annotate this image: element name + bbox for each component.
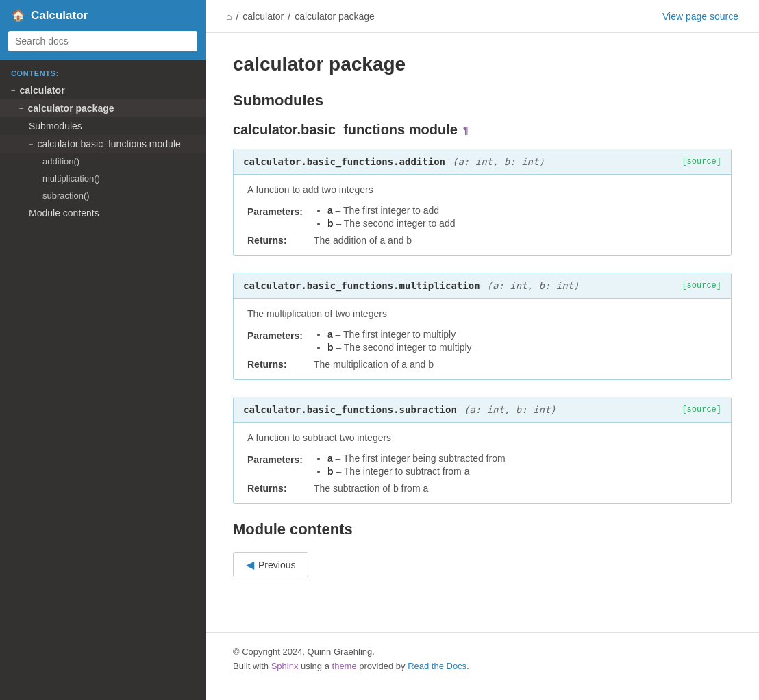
list-item: b – The second integer to add: [327, 218, 717, 229]
footer-using-a: using a: [298, 661, 332, 671]
sidebar-title: Calculator: [31, 9, 88, 23]
list-item: b – The integer to subtract from a: [327, 466, 717, 477]
returns-content-addition: The addition of a and b: [314, 235, 717, 246]
submodules-heading: Submodules: [233, 92, 732, 110]
sidebar-item-module-contents-label: Module contents: [29, 208, 99, 218]
previous-arrow-icon: ◀: [246, 558, 254, 571]
func-prefix-subraction: calculator.basic_functions.subraction: [243, 404, 457, 415]
sidebar-item-basic-functions-module[interactable]: − calculator.basic_functions module: [0, 135, 206, 153]
footer-copyright: © Copyright 2024, Quinn Graehling.: [233, 647, 732, 657]
params-content-multiplication: a – The first integer to multiply b – Th…: [314, 329, 717, 355]
func-params-table-subraction: Parameters: a – The first integer being …: [247, 453, 717, 494]
params-label-multiplication: Parameters:: [247, 329, 303, 341]
basic-functions-heading: calculator.basic_functions module ¶: [233, 122, 732, 138]
sidebar-item-module-contents[interactable]: Module contents: [0, 204, 206, 222]
breadcrumb-current: calculator package: [295, 11, 375, 22]
view-page-source-link[interactable]: View page source: [662, 11, 738, 22]
func-desc-multiplication: The multiplication of two integers: [247, 308, 717, 319]
footer-built-with-text: Built with: [233, 661, 271, 671]
func-body-multiplication: The multiplication of two integers Param…: [234, 299, 731, 379]
sidebar-item-multiplication-label: multiplication(): [42, 173, 100, 184]
home-breadcrumb-icon: ⌂: [226, 11, 232, 22]
previous-button[interactable]: ◀ Previous: [233, 552, 308, 577]
module-contents-heading: Module contents: [233, 521, 732, 538]
func-body-addition: A function to add two integers Parameter…: [234, 175, 731, 255]
previous-label: Previous: [258, 560, 295, 571]
func-signature-addition: calculator.basic_functions.addition(a: i…: [234, 149, 731, 175]
breadcrumb-calculator-label: calculator: [242, 11, 284, 22]
expand-icon-calculator-package: −: [19, 104, 23, 112]
page-title: calculator package: [233, 53, 732, 75]
sidebar-item-basic-functions-label: calculator.basic_functions module: [37, 138, 180, 149]
source-link-addition[interactable]: [source]: [682, 157, 721, 166]
source-link-subraction[interactable]: [source]: [682, 405, 721, 414]
basic-functions-heading-text: calculator.basic_functions module: [233, 122, 458, 138]
func-signature-subraction: calculator.basic_functions.subraction(a:…: [234, 397, 731, 423]
theme-link[interactable]: theme: [332, 661, 357, 671]
sidebar-item-multiplication[interactable]: multiplication(): [0, 170, 206, 187]
list-item: a – The first integer to multiply: [327, 329, 717, 340]
list-item: b – The second integer to multiply: [327, 342, 717, 353]
sphinx-link[interactable]: Sphinx: [271, 661, 299, 671]
func-prefix-addition: calculator.basic_functions.addition: [243, 156, 445, 167]
sidebar-item-calculator-package[interactable]: − calculator package: [0, 99, 206, 117]
sidebar-item-submodules[interactable]: Submodules: [0, 117, 206, 135]
func-params-table-addition: Parameters: a – The first integer to add…: [247, 205, 717, 246]
breadcrumb-sep1: /: [236, 11, 238, 22]
expand-icon-calculator: −: [11, 86, 15, 95]
sidebar-item-calculator[interactable]: − calculator: [0, 82, 206, 99]
list-item: a – The first integer to add: [327, 205, 717, 216]
search-box-wrap: [0, 31, 206, 60]
page-content: calculator package Submodules calculator…: [206, 33, 759, 632]
topbar: ⌂ / calculator / calculator package View…: [206, 0, 759, 33]
returns-label-multiplication: Returns:: [247, 359, 303, 370]
main-content: ⌂ / calculator / calculator package View…: [206, 0, 759, 700]
function-block-addition: calculator.basic_functions.addition(a: i…: [233, 149, 732, 256]
sidebar-item-calculator-package-label: calculator package: [27, 103, 114, 114]
func-args-subraction: (a: int, b: int): [464, 404, 556, 415]
sidebar: 🏠 Calculator Contents: − calculator − ca…: [0, 0, 206, 700]
breadcrumb-sep2: /: [288, 11, 290, 22]
search-input[interactable]: [8, 31, 197, 51]
params-content-subraction: a – The first integer being subtracted f…: [314, 453, 717, 479]
sidebar-contents-label: Contents:: [0, 60, 206, 82]
expand-icon-basic-functions: −: [29, 140, 33, 148]
list-item: a – The first integer being subtracted f…: [327, 453, 717, 464]
prev-next-bar: ◀ Previous: [233, 552, 732, 577]
footer-built-with: Built with Sphinx using a theme provided…: [233, 661, 732, 671]
func-prefix-multiplication: calculator.basic_functions.multiplicatio…: [243, 280, 480, 291]
returns-label-subraction: Returns:: [247, 483, 303, 494]
breadcrumb-home-link[interactable]: ⌂: [226, 11, 232, 22]
function-block-subraction: calculator.basic_functions.subraction(a:…: [233, 397, 732, 504]
returns-content-multiplication: The multiplication of a and b: [314, 359, 717, 370]
params-content-addition: a – The first integer to add b – The sec…: [314, 205, 717, 231]
sidebar-item-subraction[interactable]: subraction(): [0, 187, 206, 204]
breadcrumb: ⌂ / calculator / calculator package: [226, 11, 375, 22]
breadcrumb-calculator-link[interactable]: calculator: [242, 11, 284, 22]
source-link-multiplication[interactable]: [source]: [682, 281, 721, 290]
params-label-subraction: Parameters:: [247, 453, 303, 465]
func-args-multiplication: (a: int, b: int): [487, 280, 580, 291]
footer: © Copyright 2024, Quinn Graehling. Built…: [206, 632, 759, 689]
home-icon: 🏠: [11, 8, 25, 23]
function-block-multiplication: calculator.basic_functions.multiplicatio…: [233, 273, 732, 380]
sidebar-header: 🏠 Calculator: [0, 0, 206, 31]
anchor-icon[interactable]: ¶: [463, 125, 469, 136]
func-params-table-multiplication: Parameters: a – The first integer to mul…: [247, 329, 717, 370]
footer-period: .: [466, 661, 469, 671]
params-label-addition: Parameters:: [247, 205, 303, 217]
sidebar-item-addition-label: addition(): [42, 156, 79, 166]
sidebar-item-submodules-label: Submodules: [29, 121, 82, 132]
returns-label-addition: Returns:: [247, 235, 303, 246]
sidebar-item-addition[interactable]: addition(): [0, 153, 206, 170]
func-desc-addition: A function to add two integers: [247, 184, 717, 195]
func-args-addition: (a: int, b: int): [452, 156, 545, 167]
func-body-subraction: A function to subtract two integers Para…: [234, 423, 731, 503]
footer-provided-by: provided by: [357, 661, 408, 671]
func-signature-multiplication: calculator.basic_functions.multiplicatio…: [234, 273, 731, 299]
sidebar-item-calculator-label: calculator: [19, 85, 64, 96]
rtd-link[interactable]: Read the Docs: [408, 661, 466, 671]
returns-content-subraction: The subtraction of b from a: [314, 483, 717, 494]
func-desc-subraction: A function to subtract two integers: [247, 432, 717, 443]
sidebar-item-subraction-label: subraction(): [42, 190, 90, 201]
